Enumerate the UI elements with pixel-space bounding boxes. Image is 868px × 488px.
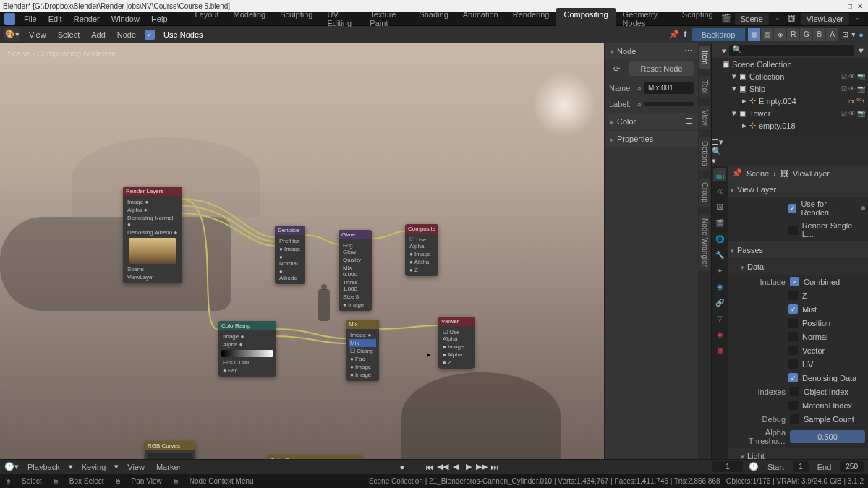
- node-glare[interactable]: Glare Fog Glow Quality Mix 0.000 Thres 1…: [339, 230, 372, 311]
- check-normal[interactable]: [788, 332, 798, 341]
- jump-start-button[interactable]: ⏮: [424, 461, 435, 473]
- check-object-index[interactable]: [790, 387, 799, 396]
- blender-logo-icon[interactable]: [4, 13, 15, 25]
- outliner-tower[interactable]: ▾▣Tower ☑ 👁 📷: [712, 107, 868, 119]
- ptab-texture[interactable]: ▦: [713, 343, 726, 356]
- workspace-tab-compositing[interactable]: Compositing: [556, 8, 615, 30]
- ptab-particle[interactable]: ✦: [713, 264, 726, 277]
- workspace-tab-rendering[interactable]: Rendering: [506, 8, 557, 30]
- check-sample-count[interactable]: [790, 414, 799, 424]
- tab-options[interactable]: Options: [699, 137, 710, 170]
- ptab-material[interactable]: ◉: [713, 328, 726, 341]
- properties-section[interactable]: Properties: [605, 131, 698, 147]
- check-uv[interactable]: [788, 359, 798, 369]
- panel-light[interactable]: Light: [728, 448, 868, 459]
- timeline-marker[interactable]: Marker: [153, 463, 184, 471]
- compositor-node-area[interactable]: Scene › Compositing Nodetree Render Laye…: [0, 43, 604, 459]
- channel-a[interactable]: A: [826, 28, 839, 41]
- autokey-icon[interactable]: ●: [396, 461, 408, 473]
- outliner-search[interactable]: 🔍: [729, 45, 854, 56]
- overlay-icon[interactable]: ⊡: [842, 30, 848, 39]
- channel-combined[interactable]: ▦: [748, 28, 761, 41]
- check-mist[interactable]: ✓: [788, 304, 798, 314]
- editor-menu-view[interactable]: View: [26, 30, 49, 39]
- check-z[interactable]: [788, 291, 798, 300]
- backdrop-toggle[interactable]: Backdrop: [692, 28, 745, 41]
- node-panel-title[interactable]: Node: [610, 47, 636, 56]
- workspace-tab-modeling[interactable]: Modeling: [226, 8, 273, 30]
- check-vector[interactable]: [788, 346, 798, 355]
- pin-icon[interactable]: 📌: [669, 30, 679, 39]
- pb-scene[interactable]: Scene: [746, 169, 769, 178]
- maximize-button[interactable]: □: [845, 2, 855, 10]
- panel-view-layer[interactable]: View Layer: [728, 181, 868, 197]
- ptab-output[interactable]: 🖨: [713, 184, 726, 197]
- workspace-tab-uv[interactable]: UV Editing: [320, 8, 362, 30]
- panel-data[interactable]: Data: [728, 259, 868, 275]
- parent-icon[interactable]: ⬆: [682, 30, 689, 39]
- workspace-tab-texture[interactable]: Texture Paint: [362, 8, 412, 30]
- datablock-icon[interactable]: ▫: [638, 84, 641, 93]
- check-denoising-data[interactable]: ✓: [788, 373, 798, 382]
- end-frame[interactable]: 250: [840, 461, 864, 472]
- check-render-single[interactable]: [788, 226, 798, 235]
- ptab-scene[interactable]: 🎬: [713, 216, 726, 229]
- node-color-ramp[interactable]: ColorRamp Image ● Alpha ● Pos 0.000 ● Fa…: [218, 321, 276, 377]
- editor-menu-add[interactable]: Add: [88, 30, 109, 39]
- timeline-type-icon[interactable]: 🕐▾: [4, 462, 19, 471]
- curves-widget[interactable]: [148, 453, 192, 459]
- menu-render[interactable]: Render: [68, 14, 106, 23]
- node-render-layers[interactable]: Render Layers Image ● Alpha ● Denoising …: [123, 187, 182, 283]
- new-scene-icon[interactable]: ▫: [772, 13, 783, 25]
- panel-passes[interactable]: Passes⋯: [728, 241, 868, 258]
- ptab-wrench[interactable]: 🔧: [713, 248, 726, 261]
- menu-help[interactable]: Help: [145, 14, 174, 23]
- outliner-ship[interactable]: ▾▣Ship ☑ 👁 📷: [712, 82, 868, 95]
- color-section[interactable]: Color ☰: [605, 113, 698, 129]
- node-header[interactable]: Render Layers: [123, 187, 182, 196]
- datablock-icon-2[interactable]: ▫: [638, 100, 641, 108]
- name-field[interactable]: Mix.001: [644, 82, 694, 94]
- label-field[interactable]: [644, 102, 694, 106]
- pin-icon-2[interactable]: 📌: [732, 168, 742, 178]
- menu-file[interactable]: File: [18, 14, 43, 23]
- ptab-viewlayer[interactable]: 🖼: [713, 200, 726, 213]
- jump-end-button[interactable]: ⏭: [489, 461, 501, 473]
- tab-view[interactable]: View: [699, 106, 710, 130]
- pb-layer[interactable]: ViewLayer: [793, 169, 830, 178]
- workspace-tab-scripting[interactable]: Scripting: [675, 8, 720, 30]
- channel-value[interactable]: ▧: [761, 28, 774, 41]
- reset-node-button[interactable]: Reset Node: [629, 61, 694, 76]
- outliner-collection[interactable]: ▾▣Collection ☑ 👁 📷: [712, 70, 868, 82]
- timeline-view[interactable]: View: [124, 463, 148, 471]
- check-position[interactable]: [788, 318, 798, 328]
- ptab-world[interactable]: 🌐: [713, 232, 726, 245]
- list-icon[interactable]: ☰: [685, 116, 692, 126]
- check-use-rendering[interactable]: ✓: [788, 204, 796, 213]
- node-viewer[interactable]: Viewer ☑ Use Alpha ● Image ● Alpha ● Z: [438, 317, 475, 369]
- start-frame[interactable]: 1: [793, 461, 809, 472]
- ptab-render[interactable]: 📺: [713, 168, 726, 181]
- sphere-icon[interactable]: ●: [859, 30, 864, 39]
- check-combined[interactable]: ✓: [790, 277, 799, 286]
- tab-tool[interactable]: Tool: [699, 76, 710, 98]
- scene-selector[interactable]: Scene: [735, 13, 769, 25]
- workspace-tab-shading[interactable]: Shading: [412, 8, 455, 30]
- play-reverse-button[interactable]: ◀: [450, 461, 461, 473]
- snap-dropdown[interactable]: ▾: [851, 30, 856, 39]
- prev-key-button[interactable]: ◀◀: [437, 461, 448, 473]
- workspace-tab-animation[interactable]: Animation: [456, 8, 506, 30]
- ptab-physics[interactable]: ◉: [713, 280, 726, 293]
- viewlayer-selector[interactable]: ViewLayer: [801, 13, 849, 25]
- next-key-button[interactable]: ▶▶: [476, 461, 488, 473]
- minimize-button[interactable]: —: [835, 2, 845, 10]
- tab-item[interactable]: Item: [699, 46, 710, 69]
- ptab-data[interactable]: ▽: [713, 312, 726, 325]
- clock-icon[interactable]: 🕐: [749, 462, 759, 471]
- node-color-balance[interactable]: Color Balance: [268, 455, 362, 459]
- workspace-tab-sculpting[interactable]: Sculpting: [273, 8, 320, 30]
- check-material-index[interactable]: [788, 401, 798, 410]
- editor-menu-node[interactable]: Node: [114, 30, 139, 39]
- current-frame[interactable]: 1: [712, 461, 743, 472]
- editor-menu-select[interactable]: Select: [55, 30, 83, 39]
